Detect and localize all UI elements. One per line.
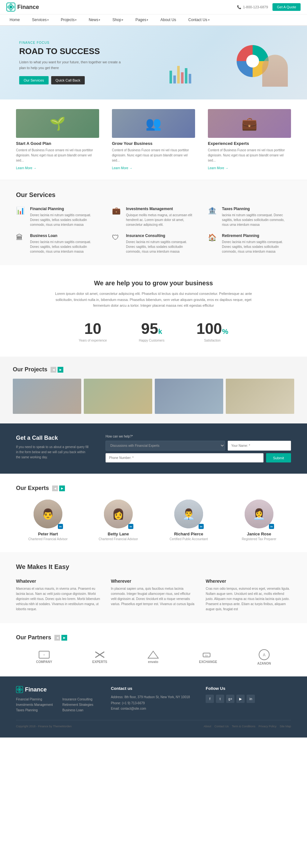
learn-more-1[interactable]: Learn More → [16, 166, 36, 170]
experts-title: Our Experts [16, 485, 49, 492]
social-facebook[interactable]: f [206, 695, 214, 703]
nav-contact[interactable]: Contact Us ▾ [185, 14, 213, 25]
expert-name-4: Janice Rose [227, 531, 291, 536]
easy-title: We Makes It Easy [16, 563, 291, 570]
footer-email: Email: contact@site.com [111, 707, 196, 710]
easy-item-title-3: Wherever [206, 579, 291, 584]
services-section: Our Services 📊 Financial Planning Donec … [0, 180, 307, 265]
service-item-financial-planning: 📊 Financial Planning Donec lacinia mi ru… [16, 207, 99, 227]
linkedin-badge-3: in [198, 524, 204, 529]
nav-pages[interactable]: Pages ▾ [132, 14, 151, 25]
social-linkedin[interactable]: in [247, 695, 255, 703]
easy-item-title-1: Whatever [16, 579, 101, 584]
linkedin-badge-1: in [58, 524, 63, 529]
hero-label: FINANCE FOCUS [19, 41, 154, 44]
projects-prev-button[interactable]: ◀ [51, 367, 56, 373]
get-quote-button[interactable]: Get A Quote [273, 3, 301, 11]
svg-text:A: A [263, 653, 266, 657]
svg-point-4 [246, 55, 259, 67]
projects-title: Our Projects [13, 366, 47, 373]
footer-phone: Phone: (+1 9) 713-6679 [111, 701, 196, 705]
stat-number-3: 100 [196, 320, 222, 337]
footer-link-financial-planning[interactable]: Financial Planning [16, 698, 53, 701]
feature-title-3: Experienced Experts [208, 141, 291, 146]
service-desc-5: Donec lacinia mi rutrum sagittis consequ… [126, 240, 195, 254]
service-title-5: Insurance Consulting [126, 234, 195, 238]
callback-topic-select[interactable]: Discussions with Financial Experts [105, 441, 225, 451]
expert-betty-lane: 👩 in Betty Lane Chartered Financial Advi… [86, 500, 150, 541]
service-item-retirement: 🏠 Retirement Planning Donec lacinia mi r… [208, 234, 291, 254]
financial-planning-icon: 📊 [16, 207, 26, 227]
easy-section: We Makes It Easy Whatever Maecenas et va… [0, 552, 307, 623]
stat-unit-2: k [158, 328, 162, 336]
stat-number-2: 95 [141, 320, 158, 337]
footer-bottom-about[interactable]: About [204, 725, 211, 728]
footer-follow-title: Follow Us [206, 686, 291, 691]
service-item-loan: 🏛 Business Loan Donec lacinia mi rutrum … [16, 234, 99, 254]
partners-prev-button[interactable]: ◀ [54, 635, 60, 641]
easy-item-title-2: Wherever [111, 579, 196, 584]
footer-link-retirement[interactable]: Retirement Strategies [62, 703, 93, 707]
nav-news[interactable]: News ▾ [85, 14, 103, 25]
partners-section: Our Partners ◀ ▶ T COMPANY EXPERTS envat… [0, 623, 307, 676]
svg-marker-16 [18, 688, 21, 691]
learn-more-3[interactable]: Learn More → [208, 166, 228, 170]
project-image-3 [155, 379, 223, 414]
easy-item-desc-1: Maecenas et varius mauris, in viverra ur… [16, 586, 101, 612]
footer-bottom-contact[interactable]: Contact Us [214, 725, 229, 728]
feature-title-1: Start A Good Plan [16, 141, 99, 146]
footer-link-taxes[interactable]: Taxes Planning [16, 708, 53, 712]
our-services-button[interactable]: Our Services [19, 76, 49, 85]
linkedin-badge-4: in [269, 524, 274, 529]
nav-projects[interactable]: Projects ▾ [58, 14, 80, 25]
learn-more-2[interactable]: Learn More → [112, 166, 132, 170]
service-title-6: Retirement Planning [222, 234, 291, 238]
footer-link-loan[interactable]: Business Loan [62, 708, 93, 712]
social-gplus[interactable]: g+ [226, 695, 235, 703]
social-youtube[interactable]: ▶ [236, 695, 245, 703]
phone-icon: 📞 [237, 5, 241, 9]
project-image-4 [226, 379, 294, 414]
nav-about[interactable]: About Us [157, 14, 179, 25]
expert-janice-rose: 👩‍💼 in Janice Rose Registered Tax Prepar… [227, 500, 291, 541]
footer-link-investments[interactable]: Investments Management [16, 703, 53, 707]
expert-name-2: Betty Lane [86, 531, 150, 536]
svg-marker-2 [9, 5, 13, 9]
partners-next-button[interactable]: ▶ [61, 635, 67, 641]
expert-name-3: Richard Pierce [157, 531, 221, 536]
nav-home[interactable]: Home [6, 14, 23, 25]
callback-submit-button[interactable]: Submit [266, 453, 291, 462]
footer-address: Address: 8th floor, 379 Hudson St, New Y… [111, 695, 196, 700]
service-desc-6: Donec lacinia mi rutrum sagittis consequ… [222, 240, 291, 254]
footer-link-insurance[interactable]: Insurance Consulting [62, 698, 93, 701]
footer-bottom-privacy[interactable]: Privacy Policy [258, 725, 276, 728]
experts-next-button[interactable]: ▶ [59, 486, 65, 491]
callback-name-input[interactable] [228, 441, 291, 451]
partners-title: Our Partners [16, 634, 51, 641]
stats-description: Lorem ipsum dolor sit amet, consectetur … [54, 291, 253, 309]
footer-bottom-terms[interactable]: Term & Conditions [232, 725, 255, 728]
projects-next-button[interactable]: ▶ [58, 367, 63, 373]
nav-services[interactable]: Services ▾ [29, 14, 52, 25]
expert-title-4: Registered Tax Preparer [227, 537, 291, 541]
stat-experience: 10 Years of experience [79, 320, 107, 342]
callback-title: Get a Call Back [16, 435, 90, 441]
stat-label-2: Happy Customers [139, 339, 164, 342]
services-title: Our Services [16, 191, 291, 198]
project-image-1 [13, 379, 81, 414]
callback-description: If you need to speak to us about a gener… [16, 444, 90, 460]
svg-text:Ex: Ex [205, 654, 208, 657]
callback-phone-input[interactable] [105, 453, 264, 462]
quick-callback-button[interactable]: Quick Call Back [51, 76, 85, 85]
partner-azanon: A AZANON [257, 649, 271, 665]
insurance-icon: 🛡 [112, 234, 122, 254]
nav-shop[interactable]: Shop ▾ [109, 14, 126, 25]
easy-item-2: Wherever In placerat sapien urna, quis f… [111, 579, 196, 612]
feature-item-3: 💼 Experienced Experts Content of Busines… [205, 109, 294, 170]
social-twitter[interactable]: t [216, 695, 224, 703]
service-title-3: Taxes Planning [222, 207, 291, 211]
stat-label-1: Years of experience [79, 339, 107, 342]
experts-prev-button[interactable]: ◀ [52, 486, 58, 491]
logo[interactable]: Finance [6, 3, 39, 11]
footer-bottom-sitemap[interactable]: Site Map [279, 725, 291, 728]
